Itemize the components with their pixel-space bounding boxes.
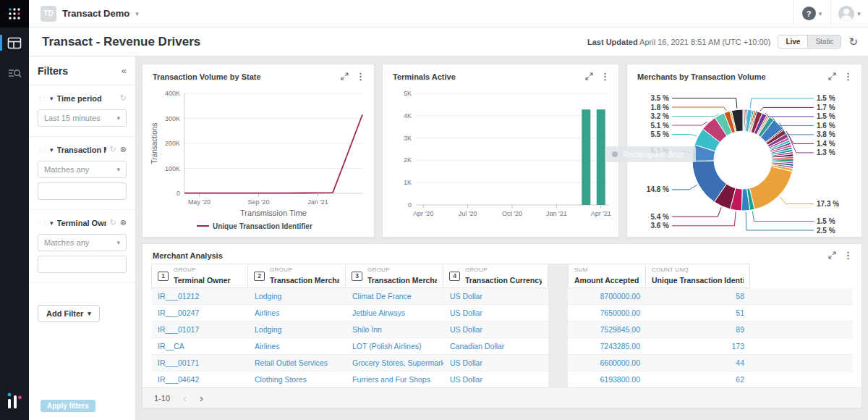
cell-link[interactable]: 51: [646, 308, 750, 317]
cell-link[interactable]: US Dollar: [443, 308, 548, 317]
cell-link[interactable]: IR___04642: [151, 375, 248, 384]
apply-filters-button[interactable]: Apply filters: [41, 400, 95, 412]
cell-link[interactable]: 6193800.00: [568, 375, 646, 384]
donut-segment[interactable]: [749, 167, 792, 209]
cell-link[interactable]: 44: [646, 358, 750, 367]
column-name: Unique Transaction Identifier: [652, 276, 744, 285]
cell-link[interactable]: Airlines: [248, 342, 346, 350]
cell-link[interactable]: LOT (Polish Airlines): [346, 342, 443, 350]
filter-label: Transaction Me...: [57, 146, 106, 154]
cell-link[interactable]: 7650000.00: [568, 308, 646, 317]
cell-link[interactable]: 58: [646, 292, 750, 301]
bar[interactable]: [582, 109, 590, 205]
drag-handle-icon[interactable]: ⋮⋮: [38, 147, 46, 153]
bar-chart: 01K2K3K4K5KApr '20Jul '20Oct '20Jan '21A…: [387, 83, 618, 235]
add-filter-button[interactable]: Add Filter ▾: [38, 305, 100, 322]
card-menu-icon[interactable]: ⋮: [356, 71, 365, 82]
cell-link[interactable]: Shilo Inn: [346, 325, 443, 334]
cell-link[interactable]: Furriers and Fur Shops: [346, 375, 443, 384]
cell-link[interactable]: US Dollar: [443, 292, 548, 301]
cell-link[interactable]: 8700000.00: [568, 292, 646, 301]
expand-card-icon[interactable]: [828, 72, 836, 80]
card-menu-icon[interactable]: ⋮: [843, 71, 853, 82]
cell-link[interactable]: US Dollar: [443, 325, 548, 334]
donut-chart: 1.5 %1.7 %1.5 %1.6 %3.8 %1.4 %1.3 %17.3 …: [627, 83, 861, 241]
pagination-prev-icon[interactable]: ‹: [183, 392, 187, 403]
field-number-icon: 1: [158, 272, 169, 281]
column-header[interactable]: COUNT UNQUnique Transaction Identifier: [646, 264, 750, 288]
filter-value-input[interactable]: [38, 256, 127, 273]
filter-expand-caret-icon[interactable]: ▾: [50, 219, 54, 227]
cell-link[interactable]: Lodging: [248, 325, 346, 334]
static-button[interactable]: Static: [807, 35, 841, 48]
bar[interactable]: [597, 109, 605, 205]
cell-link[interactable]: Clothing Stores: [248, 375, 346, 384]
cell-link[interactable]: 62: [646, 375, 750, 384]
filter-value-input[interactable]: [38, 182, 127, 200]
cell-link[interactable]: Lodging: [248, 292, 346, 301]
expand-card-icon[interactable]: [828, 251, 836, 259]
cell-link[interactable]: Canadian Dollar: [443, 342, 548, 350]
cell-link[interactable]: 7243285.00: [568, 342, 646, 350]
reset-filter-icon[interactable]: ↻: [110, 218, 116, 227]
reset-filter-icon[interactable]: ↻: [120, 93, 127, 103]
bar-chart-svg: 01K2K3K4K5KApr '20Jul '20Oct '20Jan '21A…: [387, 83, 616, 232]
cell-link[interactable]: IR___00247: [151, 308, 248, 317]
app-switcher-button[interactable]: [0, 0, 29, 28]
remove-filter-icon[interactable]: ⊗: [120, 145, 127, 154]
card-title: Merchants by Transaction Volume: [637, 72, 821, 81]
chevron-down-icon: ▾: [88, 310, 91, 317]
svg-text:0: 0: [176, 190, 180, 197]
workspace-menu[interactable]: TD Transact Demo ▾: [29, 6, 139, 22]
expand-card-icon[interactable]: [341, 72, 349, 80]
donut-label: 14.8 %: [647, 185, 669, 193]
cell-link[interactable]: 6600000.00: [568, 358, 646, 367]
cell-link[interactable]: US Dollar: [443, 375, 548, 384]
sidebar-item-dashboards[interactable]: [0, 28, 29, 58]
cell-link[interactable]: 173: [646, 342, 750, 350]
pagination-next-icon[interactable]: ›: [200, 392, 203, 403]
cell-link[interactable]: Jetblue Airways: [346, 308, 443, 317]
time-period-select[interactable]: Last 15 minutes ▾: [38, 109, 127, 127]
cell-link[interactable]: IR___00171: [151, 358, 248, 367]
filter-expand-caret-icon[interactable]: ▾: [50, 95, 54, 102]
table-row: IR___04642Clothing StoresFurriers and Fu…: [151, 371, 853, 388]
filter-expand-caret-icon[interactable]: ▾: [50, 146, 54, 154]
collapse-panel-icon[interactable]: «: [122, 65, 127, 76]
donut-label-line: [672, 114, 719, 116]
cell-link[interactable]: US Dollar: [443, 358, 548, 367]
cell-link[interactable]: IR___01017: [151, 325, 248, 334]
svg-text:300K: 300K: [165, 115, 180, 122]
table-footer: 1-10 ‹ ›: [142, 387, 861, 408]
match-operator-select[interactable]: Matches any ▾: [38, 234, 127, 251]
help-menu[interactable]: ? ▾: [793, 0, 830, 27]
card-menu-icon[interactable]: ⋮: [843, 250, 853, 261]
cell-link[interactable]: IR__CA: [151, 342, 248, 350]
chevron-down-icon: ▾: [116, 114, 120, 122]
column-header[interactable]: 1GROUPTerminal Owner: [151, 264, 248, 288]
column-header[interactable]: 2GROUPTransaction Merchant Categ...: [248, 264, 346, 288]
cell-link[interactable]: Airlines: [248, 308, 346, 317]
sidebar-item-catalog-search[interactable]: [0, 58, 29, 88]
refresh-dashboard-icon[interactable]: ↻: [848, 35, 858, 49]
cell-link[interactable]: 89: [646, 325, 750, 334]
drag-handle-icon[interactable]: ⋮⋮: [38, 220, 46, 226]
match-operator-select[interactable]: Matches any ▾: [38, 161, 127, 178]
cell-link[interactable]: Climat De France: [346, 292, 443, 301]
cell-link[interactable]: Grocery Stores, Supermarkets: [346, 358, 443, 367]
cell-link[interactable]: IR___01212: [151, 292, 248, 301]
card-merchants-volume: Merchants by Transaction Volume ⋮ 1.5 %1…: [626, 64, 862, 238]
drag-handle-icon[interactable]: ⋮⋮: [38, 96, 46, 101]
help-icon: ?: [802, 7, 816, 20]
user-menu[interactable]: ▾: [830, 0, 868, 27]
column-header[interactable]: SUMAmount Accepted ↓1: [568, 264, 646, 288]
live-button[interactable]: Live: [778, 35, 807, 48]
cell-link[interactable]: 7529845.00: [568, 325, 646, 334]
cell-link[interactable]: Retail Outlet Services: [248, 358, 346, 367]
column-header[interactable]: 4GROUPTransaction Currency: [443, 264, 548, 288]
reset-filter-icon[interactable]: ↻: [110, 145, 116, 154]
column-header[interactable]: 3GROUPTransaction Merchant Categ...: [346, 264, 443, 288]
expand-card-icon[interactable]: [585, 72, 593, 80]
card-menu-icon[interactable]: ⋮: [600, 71, 610, 82]
remove-filter-icon[interactable]: ⊗: [120, 218, 127, 227]
